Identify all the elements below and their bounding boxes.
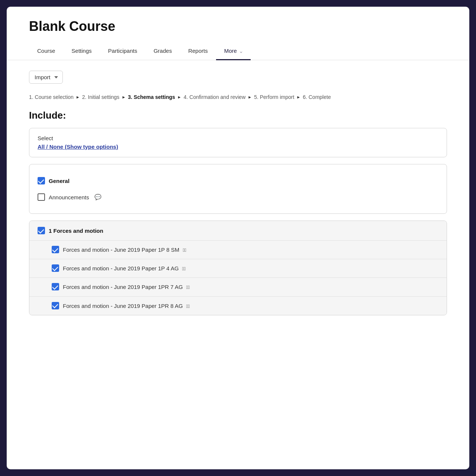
select-label: Select	[38, 135, 438, 141]
breadcrumb-step-2: 2. Initial settings	[82, 94, 119, 100]
sub-item-3-checkbox[interactable]	[52, 302, 59, 309]
tab-participants[interactable]: Participants	[100, 43, 145, 60]
breadcrumb: 1. Course selection ► 2. Initial setting…	[29, 94, 447, 100]
general-checkbox-item: General	[38, 173, 438, 189]
breadcrumb-step-1: 1. Course selection	[29, 94, 74, 100]
announcements-checkbox-item: Announcements 💬	[38, 189, 438, 205]
include-title: Include:	[29, 110, 447, 121]
tab-reports-link[interactable]: Reports	[180, 43, 216, 60]
chevron-down-icon: ⌵	[240, 49, 242, 54]
breadcrumb-step-6: 6. Complete	[303, 94, 331, 100]
breadcrumb-arrow-2: ►	[122, 95, 126, 99]
breadcrumb-arrow-1: ►	[76, 95, 80, 99]
select-card: Select All / None (Show type options)	[29, 128, 447, 157]
main-container: Blank Course Course Settings Participant…	[7, 7, 469, 469]
header: Blank Course Course Settings Participant…	[7, 7, 469, 60]
sub-item-2: Forces and motion - June 2019 Paper 1PR …	[29, 277, 447, 296]
forces-section-header: 1 Forces and motion	[29, 221, 447, 240]
content-area: Import 1. Course selection ► 2. Initial …	[7, 60, 469, 337]
breadcrumb-step-5: 5. Perform import	[254, 94, 294, 100]
tab-grades[interactable]: Grades	[145, 43, 180, 60]
sub-item-2-label: Forces and motion - June 2019 Paper 1PR …	[63, 283, 190, 291]
forces-section-checkbox[interactable]	[38, 227, 45, 234]
forces-section-label: 1 Forces and motion	[49, 228, 103, 234]
import-selector: Import	[29, 71, 447, 84]
general-section-card: General Announcements 💬	[29, 164, 447, 214]
forces-section-card: 1 Forces and motion Forces and motion - …	[29, 221, 447, 315]
breadcrumb-step-4: 4. Confirmation and review	[184, 94, 246, 100]
select-bar: Select All / None (Show type options)	[29, 128, 447, 157]
general-label: General	[49, 178, 70, 184]
edit-icon-0: ✓⃞	[183, 247, 186, 253]
sub-item-2-checkbox[interactable]	[52, 283, 59, 290]
sub-item-3: Forces and motion - June 2019 Paper 1PR …	[29, 296, 447, 315]
announcements-label: Announcements	[49, 194, 89, 200]
sub-item-1-checkbox[interactable]	[52, 264, 59, 272]
sub-item-0: Forces and motion - June 2019 Paper 1P 8…	[29, 240, 447, 259]
tab-settings-link[interactable]: Settings	[63, 43, 100, 60]
edit-icon-1: ✓⃞	[182, 266, 186, 271]
tab-reports[interactable]: Reports	[180, 43, 216, 60]
tab-course-link[interactable]: Course	[29, 43, 63, 60]
course-title: Blank Course	[29, 19, 447, 34]
select-all-none-link[interactable]: All / None (Show type options)	[38, 144, 118, 150]
breadcrumb-step-3: 3. Schema settings	[128, 94, 175, 100]
breadcrumb-arrow-5: ►	[296, 95, 300, 99]
sub-item-1-label: Forces and motion - June 2019 Paper 1P 4…	[63, 264, 186, 272]
edit-icon-3: ✓⃞	[186, 303, 190, 309]
edit-icon-2: ✓⃞	[186, 284, 190, 290]
sub-item-0-checkbox[interactable]	[52, 246, 59, 253]
tab-participants-link[interactable]: Participants	[100, 43, 145, 60]
sub-item-3-label: Forces and motion - June 2019 Paper 1PR …	[63, 302, 190, 310]
message-icon: 💬	[94, 194, 102, 200]
announcements-checkbox[interactable]	[38, 193, 45, 201]
general-checkbox-group: General Announcements 💬	[29, 164, 447, 213]
breadcrumb-arrow-4: ►	[248, 95, 252, 99]
nav-tabs: Course Settings Participants Grades Repo…	[29, 43, 447, 60]
general-checkbox[interactable]	[38, 177, 45, 184]
sub-item-1: Forces and motion - June 2019 Paper 1P 4…	[29, 259, 447, 277]
breadcrumb-arrow-3: ►	[177, 95, 181, 99]
tab-course[interactable]: Course	[29, 43, 63, 60]
sub-item-0-label: Forces and motion - June 2019 Paper 1P 8…	[63, 246, 186, 254]
tab-settings[interactable]: Settings	[63, 43, 100, 60]
import-select[interactable]: Import	[29, 71, 63, 84]
tab-more-link[interactable]: More ⌵	[216, 43, 251, 60]
tab-grades-link[interactable]: Grades	[145, 43, 180, 60]
tab-more[interactable]: More ⌵	[216, 43, 251, 60]
